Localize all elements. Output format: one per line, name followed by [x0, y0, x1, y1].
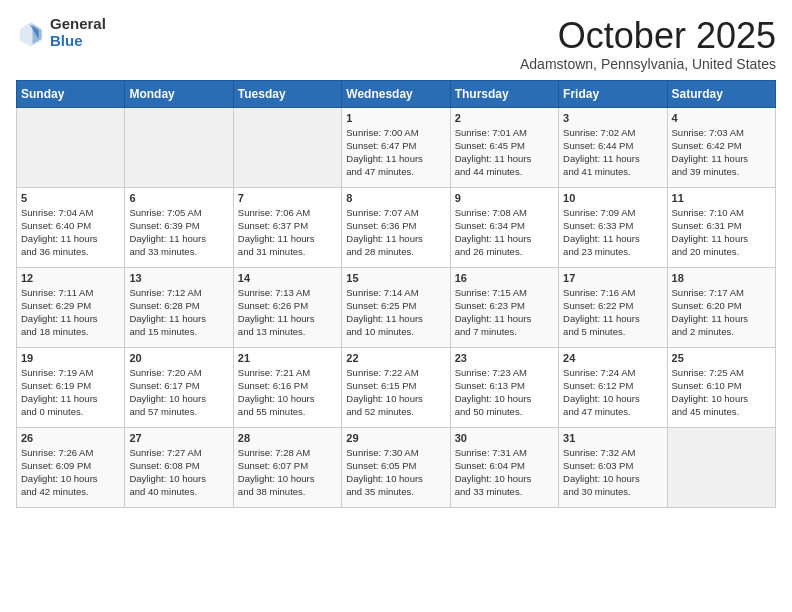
- day-cell: 23Sunrise: 7:23 AM Sunset: 6:13 PM Dayli…: [450, 347, 558, 427]
- title-block: October 2025 Adamstown, Pennsylvania, Un…: [520, 16, 776, 72]
- day-info: Sunrise: 7:24 AM Sunset: 6:12 PM Dayligh…: [563, 366, 662, 419]
- day-number: 26: [21, 432, 120, 444]
- day-info: Sunrise: 7:00 AM Sunset: 6:47 PM Dayligh…: [346, 126, 445, 179]
- day-cell: 11Sunrise: 7:10 AM Sunset: 6:31 PM Dayli…: [667, 187, 775, 267]
- day-info: Sunrise: 7:04 AM Sunset: 6:40 PM Dayligh…: [21, 206, 120, 259]
- day-info: Sunrise: 7:10 AM Sunset: 6:31 PM Dayligh…: [672, 206, 771, 259]
- week-row-5: 26Sunrise: 7:26 AM Sunset: 6:09 PM Dayli…: [17, 427, 776, 507]
- header-cell-friday: Friday: [559, 80, 667, 107]
- location: Adamstown, Pennsylvania, United States: [520, 56, 776, 72]
- day-number: 28: [238, 432, 337, 444]
- day-cell: [667, 427, 775, 507]
- day-number: 8: [346, 192, 445, 204]
- logo: General Blue: [16, 16, 106, 49]
- day-number: 29: [346, 432, 445, 444]
- day-number: 11: [672, 192, 771, 204]
- day-cell: 6Sunrise: 7:05 AM Sunset: 6:39 PM Daylig…: [125, 187, 233, 267]
- day-info: Sunrise: 7:02 AM Sunset: 6:44 PM Dayligh…: [563, 126, 662, 179]
- day-info: Sunrise: 7:19 AM Sunset: 6:19 PM Dayligh…: [21, 366, 120, 419]
- day-info: Sunrise: 7:30 AM Sunset: 6:05 PM Dayligh…: [346, 446, 445, 499]
- week-row-4: 19Sunrise: 7:19 AM Sunset: 6:19 PM Dayli…: [17, 347, 776, 427]
- day-number: 7: [238, 192, 337, 204]
- header-row: SundayMondayTuesdayWednesdayThursdayFrid…: [17, 80, 776, 107]
- day-cell: 27Sunrise: 7:27 AM Sunset: 6:08 PM Dayli…: [125, 427, 233, 507]
- calendar-header: SundayMondayTuesdayWednesdayThursdayFrid…: [17, 80, 776, 107]
- day-number: 21: [238, 352, 337, 364]
- day-cell: 1Sunrise: 7:00 AM Sunset: 6:47 PM Daylig…: [342, 107, 450, 187]
- day-info: Sunrise: 7:11 AM Sunset: 6:29 PM Dayligh…: [21, 286, 120, 339]
- day-cell: 7Sunrise: 7:06 AM Sunset: 6:37 PM Daylig…: [233, 187, 341, 267]
- day-cell: 29Sunrise: 7:30 AM Sunset: 6:05 PM Dayli…: [342, 427, 450, 507]
- day-cell: 31Sunrise: 7:32 AM Sunset: 6:03 PM Dayli…: [559, 427, 667, 507]
- day-number: 24: [563, 352, 662, 364]
- day-info: Sunrise: 7:08 AM Sunset: 6:34 PM Dayligh…: [455, 206, 554, 259]
- day-cell: 19Sunrise: 7:19 AM Sunset: 6:19 PM Dayli…: [17, 347, 125, 427]
- day-number: 9: [455, 192, 554, 204]
- day-number: 30: [455, 432, 554, 444]
- day-cell: [17, 107, 125, 187]
- day-number: 1: [346, 112, 445, 124]
- day-cell: [233, 107, 341, 187]
- day-info: Sunrise: 7:13 AM Sunset: 6:26 PM Dayligh…: [238, 286, 337, 339]
- day-cell: 22Sunrise: 7:22 AM Sunset: 6:15 PM Dayli…: [342, 347, 450, 427]
- day-info: Sunrise: 7:03 AM Sunset: 6:42 PM Dayligh…: [672, 126, 771, 179]
- calendar-table: SundayMondayTuesdayWednesdayThursdayFrid…: [16, 80, 776, 508]
- day-number: 14: [238, 272, 337, 284]
- day-number: 10: [563, 192, 662, 204]
- day-number: 25: [672, 352, 771, 364]
- day-number: 3: [563, 112, 662, 124]
- day-number: 17: [563, 272, 662, 284]
- day-cell: 16Sunrise: 7:15 AM Sunset: 6:23 PM Dayli…: [450, 267, 558, 347]
- day-info: Sunrise: 7:27 AM Sunset: 6:08 PM Dayligh…: [129, 446, 228, 499]
- day-cell: 20Sunrise: 7:20 AM Sunset: 6:17 PM Dayli…: [125, 347, 233, 427]
- day-cell: 24Sunrise: 7:24 AM Sunset: 6:12 PM Dayli…: [559, 347, 667, 427]
- logo-icon: [16, 18, 46, 48]
- day-cell: 13Sunrise: 7:12 AM Sunset: 6:28 PM Dayli…: [125, 267, 233, 347]
- day-cell: 21Sunrise: 7:21 AM Sunset: 6:16 PM Dayli…: [233, 347, 341, 427]
- day-number: 20: [129, 352, 228, 364]
- day-cell: 12Sunrise: 7:11 AM Sunset: 6:29 PM Dayli…: [17, 267, 125, 347]
- day-cell: 5Sunrise: 7:04 AM Sunset: 6:40 PM Daylig…: [17, 187, 125, 267]
- header-cell-saturday: Saturday: [667, 80, 775, 107]
- day-info: Sunrise: 7:07 AM Sunset: 6:36 PM Dayligh…: [346, 206, 445, 259]
- day-cell: 3Sunrise: 7:02 AM Sunset: 6:44 PM Daylig…: [559, 107, 667, 187]
- header-cell-monday: Monday: [125, 80, 233, 107]
- month-title: October 2025: [520, 16, 776, 56]
- day-number: 16: [455, 272, 554, 284]
- header-cell-tuesday: Tuesday: [233, 80, 341, 107]
- calendar-body: 1Sunrise: 7:00 AM Sunset: 6:47 PM Daylig…: [17, 107, 776, 507]
- day-cell: 2Sunrise: 7:01 AM Sunset: 6:45 PM Daylig…: [450, 107, 558, 187]
- week-row-2: 5Sunrise: 7:04 AM Sunset: 6:40 PM Daylig…: [17, 187, 776, 267]
- page-header: General Blue October 2025 Adamstown, Pen…: [16, 16, 776, 72]
- day-cell: 8Sunrise: 7:07 AM Sunset: 6:36 PM Daylig…: [342, 187, 450, 267]
- week-row-3: 12Sunrise: 7:11 AM Sunset: 6:29 PM Dayli…: [17, 267, 776, 347]
- logo-general: General: [50, 16, 106, 33]
- day-info: Sunrise: 7:17 AM Sunset: 6:20 PM Dayligh…: [672, 286, 771, 339]
- day-info: Sunrise: 7:21 AM Sunset: 6:16 PM Dayligh…: [238, 366, 337, 419]
- day-cell: 4Sunrise: 7:03 AM Sunset: 6:42 PM Daylig…: [667, 107, 775, 187]
- day-info: Sunrise: 7:05 AM Sunset: 6:39 PM Dayligh…: [129, 206, 228, 259]
- day-number: 2: [455, 112, 554, 124]
- day-cell: 17Sunrise: 7:16 AM Sunset: 6:22 PM Dayli…: [559, 267, 667, 347]
- day-info: Sunrise: 7:16 AM Sunset: 6:22 PM Dayligh…: [563, 286, 662, 339]
- day-info: Sunrise: 7:09 AM Sunset: 6:33 PM Dayligh…: [563, 206, 662, 259]
- day-info: Sunrise: 7:23 AM Sunset: 6:13 PM Dayligh…: [455, 366, 554, 419]
- day-cell: 30Sunrise: 7:31 AM Sunset: 6:04 PM Dayli…: [450, 427, 558, 507]
- day-number: 5: [21, 192, 120, 204]
- day-info: Sunrise: 7:01 AM Sunset: 6:45 PM Dayligh…: [455, 126, 554, 179]
- day-cell: 10Sunrise: 7:09 AM Sunset: 6:33 PM Dayli…: [559, 187, 667, 267]
- day-cell: 18Sunrise: 7:17 AM Sunset: 6:20 PM Dayli…: [667, 267, 775, 347]
- day-info: Sunrise: 7:22 AM Sunset: 6:15 PM Dayligh…: [346, 366, 445, 419]
- day-cell: 26Sunrise: 7:26 AM Sunset: 6:09 PM Dayli…: [17, 427, 125, 507]
- day-info: Sunrise: 7:25 AM Sunset: 6:10 PM Dayligh…: [672, 366, 771, 419]
- day-cell: 28Sunrise: 7:28 AM Sunset: 6:07 PM Dayli…: [233, 427, 341, 507]
- day-number: 13: [129, 272, 228, 284]
- day-info: Sunrise: 7:06 AM Sunset: 6:37 PM Dayligh…: [238, 206, 337, 259]
- day-info: Sunrise: 7:15 AM Sunset: 6:23 PM Dayligh…: [455, 286, 554, 339]
- week-row-1: 1Sunrise: 7:00 AM Sunset: 6:47 PM Daylig…: [17, 107, 776, 187]
- logo-blue: Blue: [50, 33, 106, 50]
- day-number: 15: [346, 272, 445, 284]
- day-info: Sunrise: 7:12 AM Sunset: 6:28 PM Dayligh…: [129, 286, 228, 339]
- day-number: 23: [455, 352, 554, 364]
- day-info: Sunrise: 7:26 AM Sunset: 6:09 PM Dayligh…: [21, 446, 120, 499]
